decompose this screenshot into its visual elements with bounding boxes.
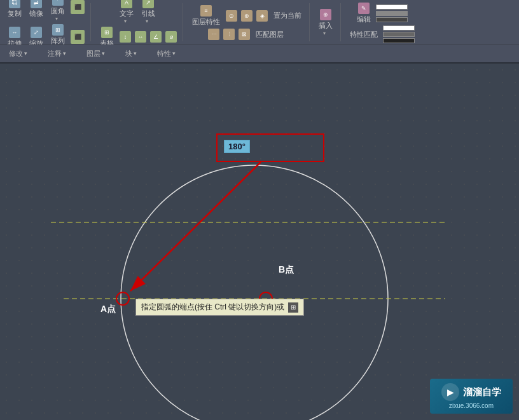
match-layer-button[interactable]: 匹配图层 xyxy=(253,29,286,41)
extra-icon1: ⬛ xyxy=(71,0,85,14)
leader-label: 引线 xyxy=(141,9,155,18)
array-icon: ⊞ xyxy=(52,24,64,36)
layer-icon3: ⊛ xyxy=(241,10,253,22)
watermark: ▶ 溜溜自学 zixue.3066.com xyxy=(430,379,513,414)
layer-prop-label: 图层特性 xyxy=(192,17,220,27)
command-prompt-text: 指定圆弧的端点(按住 Ctrl 键以切换方向)或 xyxy=(141,302,284,313)
leader-button[interactable]: ↗ 引线 ▾ xyxy=(139,0,158,25)
point-a-label: A点 xyxy=(100,304,116,315)
section-modify: ⿻ 复制 ⇌ 镜像 ◜ 圆角 ▾ ⬛ ↔ 拉伸 xyxy=(5,3,91,41)
svg-point-0 xyxy=(121,165,388,420)
command-prompt-box: 指定圆弧的端点(按住 Ctrl 键以切换方向)或 ⊞ xyxy=(135,299,304,316)
extra-icon2: ⬛ xyxy=(71,30,85,44)
dim-icon4: ⌀ xyxy=(165,31,177,43)
insert-dropdown[interactable]: ▾ xyxy=(323,30,328,36)
modify-row1: ⿻ 复制 ⇌ 镜像 ◜ 圆角 ▾ ⬛ xyxy=(5,0,85,22)
color-swatch-3 xyxy=(376,17,408,22)
set-current-button[interactable]: 置为当前 xyxy=(271,10,304,22)
point-b-label: B点 xyxy=(279,264,294,276)
dim-icon3: ∠ xyxy=(150,31,162,43)
canvas-svg xyxy=(0,64,519,420)
annotate-row1: A 文字 ▾ ↗ 引线 ▾ xyxy=(117,0,158,25)
canvas[interactable]: 180° A点 B点 指定圆弧的端点(按住 Ctrl 键以切换方向)或 ⊞ ▶ xyxy=(0,64,519,420)
layer-icon4: ◈ xyxy=(256,10,268,22)
scale-icon: ⤢ xyxy=(31,27,42,38)
layer-icon6: ⋮ xyxy=(223,29,235,40)
toolbar-bottom: 修改 ▾ 注释 ▾ 图层 ▾ 块 ▾ 特性 ▾ xyxy=(0,44,519,62)
copy-label: 复制 xyxy=(8,9,22,18)
insert-label: 插入 xyxy=(319,21,333,30)
text-label: 文字 xyxy=(120,9,134,18)
copy-button[interactable]: ⿻ 复制 xyxy=(5,0,24,20)
color-swatch2-2 xyxy=(383,32,415,37)
watermark-url: zixue.3066.com xyxy=(449,402,494,409)
bottom-annotate[interactable]: 注释 ▾ xyxy=(44,48,70,60)
layer-icon: ≡ xyxy=(200,5,212,17)
text-icon: A xyxy=(121,0,132,8)
prop-match-label: 特性匹配 xyxy=(350,30,378,39)
cmd-icon: ⊞ xyxy=(288,302,298,313)
mirror-button[interactable]: ⇌ 镜像 xyxy=(27,0,46,20)
prop-row2: 特性匹配 xyxy=(347,25,415,43)
bottom-properties[interactable]: 特性 ▾ xyxy=(153,48,179,60)
set-current-label: 置为当前 xyxy=(273,11,301,20)
color-swatches xyxy=(376,4,408,22)
angle-display: 180° xyxy=(224,140,250,153)
section-layer: ≡ 图层特性 ⊙ ⊛ ◈ 置为当前 ⋯ ⋮ ⊠ 匹配图层 xyxy=(190,3,310,41)
match-layer-label: 匹配图层 xyxy=(256,30,284,39)
layer-row1: ≡ 图层特性 ⊙ ⊛ ◈ 置为当前 xyxy=(190,3,304,28)
watermark-top: ▶ 溜溜自学 xyxy=(441,383,501,401)
text-dropdown[interactable]: ▾ xyxy=(124,18,129,24)
mirror-label: 镜像 xyxy=(29,9,43,18)
round-button[interactable]: ◜ 圆角 ▾ xyxy=(48,0,67,22)
edit-icon: ✎ xyxy=(358,3,370,14)
leader-dropdown[interactable]: ▾ xyxy=(146,18,151,24)
color-swatch2-3 xyxy=(383,38,415,43)
stretch-icon: ↔ xyxy=(9,27,20,38)
layer-icon5: ⋯ xyxy=(208,29,219,40)
bottom-modify[interactable]: 修改 ▾ xyxy=(5,48,31,60)
text-button[interactable]: A 文字 ▾ xyxy=(117,0,136,25)
watermark-play-icon: ▶ xyxy=(441,383,459,401)
layer-row2: ⋯ ⋮ ⊠ 匹配图层 xyxy=(207,28,286,41)
leader-icon: ↗ xyxy=(142,0,154,8)
toolbar: ⿻ 复制 ⇌ 镜像 ◜ 圆角 ▾ ⬛ ↔ 拉伸 xyxy=(0,0,519,64)
round-dropdown[interactable]: ▾ xyxy=(55,16,60,21)
prop-row1: ✎ 编辑 xyxy=(354,1,408,25)
color-swatch-2 xyxy=(376,11,408,16)
section-annotate: A 文字 ▾ ↗ 引线 ▾ ⊞ 表格 ↕ ↔ ∠ ⌀ xyxy=(97,3,183,41)
prop-match-button[interactable]: 特性匹配 xyxy=(347,29,380,41)
layer-prop-button[interactable]: ≡ 图层特性 xyxy=(190,3,223,28)
layer-icon7: ⊠ xyxy=(239,29,250,40)
color-swatch2-1 xyxy=(383,25,415,30)
color-swatches2 xyxy=(383,25,415,43)
copy-icon: ⿻ xyxy=(9,0,20,8)
watermark-name: 溜溜自学 xyxy=(463,386,501,398)
bottom-block[interactable]: 块 ▾ xyxy=(121,48,141,60)
dim-icon1: ↕ xyxy=(120,31,131,43)
dim-icon2: ↔ xyxy=(135,31,146,43)
layer-icon2: ⊙ xyxy=(226,10,237,22)
edit-label: 编辑 xyxy=(357,15,371,24)
insert-button[interactable]: ⊕ 插入 ▾ xyxy=(316,7,335,37)
angle-value: 180° xyxy=(228,142,246,151)
section-block: ⊕ 插入 ▾ xyxy=(316,3,341,41)
color-swatch-1 xyxy=(376,4,408,10)
round-icon: ◜ xyxy=(52,0,64,6)
section-properties: ✎ 编辑 特性匹配 xyxy=(347,3,420,41)
toolbar-top: ⿻ 复制 ⇌ 镜像 ◜ 圆角 ▾ ⬛ ↔ 拉伸 xyxy=(0,0,519,44)
table-icon: ⊞ xyxy=(101,27,113,38)
round-label: 圆角 xyxy=(51,6,65,16)
edit-button[interactable]: ✎ 编辑 xyxy=(354,1,373,25)
insert-icon: ⊕ xyxy=(320,9,331,20)
bottom-layer[interactable]: 图层 ▾ xyxy=(83,48,109,60)
mirror-icon: ⇌ xyxy=(31,0,42,8)
